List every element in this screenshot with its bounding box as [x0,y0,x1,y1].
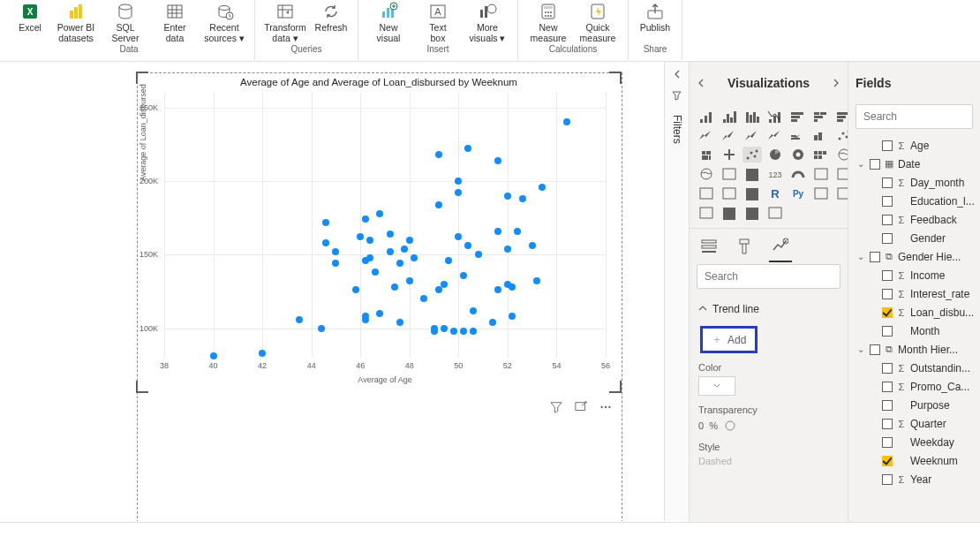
field-month-hier-[interactable]: ⌄⧉Month Hier... [852,340,976,359]
visual-type-36[interactable] [720,205,739,221]
data-point[interactable] [376,310,383,317]
resize-handle-br[interactable] [609,381,622,393]
ribbon-publish-button[interactable]: Publish [634,0,676,33]
data-point[interactable] [470,307,477,314]
data-point[interactable] [296,316,303,323]
ribbon-excel-button[interactable]: XExcel [9,0,51,33]
data-point[interactable] [406,277,413,284]
ribbon-newmeasure-button[interactable]: Newmeasure [524,0,573,43]
visual-type-2[interactable] [743,108,762,124]
data-point[interactable] [494,157,501,164]
data-point[interactable] [322,219,329,226]
field-checkbox[interactable] [882,215,893,225]
visual-type-31[interactable]: R [765,185,785,201]
field-checkbox[interactable] [882,140,893,151]
ribbon-newvis-button[interactable]: Newvisual [364,0,413,43]
field-checkbox[interactable] [882,419,893,429]
data-point[interactable] [391,284,398,291]
visual-type-5[interactable] [811,108,831,124]
visual-type-10[interactable] [765,127,785,143]
visual-type-13[interactable] [834,127,848,143]
data-point[interactable] [318,325,325,332]
visual-type-35[interactable] [697,205,716,221]
focus-mode-icon[interactable] [574,400,588,414]
data-point[interactable] [411,254,418,261]
filter-icon[interactable] [549,400,563,414]
visual-type-20[interactable] [834,147,848,163]
field-checkbox[interactable] [882,307,893,318]
data-point[interactable] [366,254,373,261]
data-point[interactable] [401,246,408,253]
field-checkbox[interactable] [882,178,893,188]
data-point[interactable] [539,184,546,191]
ribbon-sql-button[interactable]: SQLServer [101,0,150,43]
field-date[interactable]: ⌄▦Date [852,155,976,173]
data-point[interactable] [372,268,379,276]
expand-icon[interactable] [672,69,682,79]
visual-type-29[interactable] [720,185,739,201]
data-point[interactable] [435,201,442,208]
data-point[interactable] [362,313,369,320]
data-point[interactable] [455,189,462,196]
visual-type-11[interactable] [788,127,808,143]
ribbon-refresh-button[interactable]: Refresh [310,0,352,33]
field-checkbox[interactable] [882,456,893,466]
add-trend-line-button[interactable]: ＋ Add [700,326,758,353]
field-gender-hie-[interactable]: ⌄⧉Gender Hie... [852,247,976,266]
data-point[interactable] [332,248,339,255]
field-interest_rate[interactable]: ΣInterest_rate [852,284,976,303]
data-point[interactable] [450,328,457,335]
filters-pane-collapsed[interactable]: Filters [664,62,689,521]
data-point[interactable] [464,145,471,152]
analytics-search-input[interactable] [703,269,839,284]
data-point[interactable] [509,284,516,291]
field-outstandin-[interactable]: ΣOutstandin... [852,359,976,377]
trend-line-section[interactable]: Trend line [698,298,839,321]
field-weeknum[interactable]: Weeknum [852,451,976,470]
resize-handle-tr[interactable] [609,72,622,84]
data-point[interactable] [406,237,413,244]
field-checkbox[interactable] [870,159,880,170]
visual-type-1[interactable] [720,108,739,124]
ribbon-quick-button[interactable]: Quickmeasure [573,0,622,43]
visual-type-12[interactable] [811,127,831,143]
data-point[interactable] [387,231,394,238]
visual-type-7[interactable] [697,127,716,143]
ribbon-textbox-button[interactable]: ATextbox [413,0,463,43]
visual-type-30[interactable] [743,185,762,201]
ribbon-enter-button[interactable]: Enterdata [150,0,200,43]
collapse-icon[interactable] [697,79,705,87]
expand-right-icon[interactable] [832,79,841,87]
field-checkbox[interactable] [870,252,880,262]
scatter-chart[interactable]: Average of Age and Average of Loan_disbu… [138,73,620,391]
visual-type-8[interactable] [720,127,739,143]
data-point[interactable] [322,239,329,246]
visual-type-24[interactable]: 123 [765,166,785,182]
data-point[interactable] [387,248,394,255]
data-point[interactable] [470,328,477,335]
format-tab[interactable] [735,238,755,257]
data-point[interactable] [533,277,540,284]
ribbon-transform-button[interactable]: Transformdata ▾ [260,0,310,43]
data-point[interactable] [455,233,462,240]
visual-type-17[interactable] [765,147,785,163]
field-age[interactable]: ΣAge [852,136,976,155]
visual-type-15[interactable] [720,147,739,163]
visual-type-0[interactable] [697,108,716,124]
field-income[interactable]: ΣIncome [852,266,976,284]
data-point[interactable] [489,319,496,326]
data-point[interactable] [376,210,383,217]
color-picker[interactable] [698,376,735,396]
field-checkbox[interactable] [882,474,893,485]
visual-type-32[interactable]: Py [788,185,808,201]
ribbon-pbi-button[interactable]: Power BIdatasets [51,0,101,43]
data-point[interactable] [357,233,364,240]
data-point[interactable] [519,195,526,202]
visual-container[interactable]: Average of Age and Average of Loan_disbu… [137,72,622,521]
resize-handle-bl[interactable] [136,381,148,393]
visual-type-22[interactable] [720,166,739,182]
field-checkbox[interactable] [882,363,893,374]
fields-search-input[interactable] [862,110,980,124]
data-point[interactable] [435,151,442,158]
visual-type-37[interactable] [743,205,762,221]
